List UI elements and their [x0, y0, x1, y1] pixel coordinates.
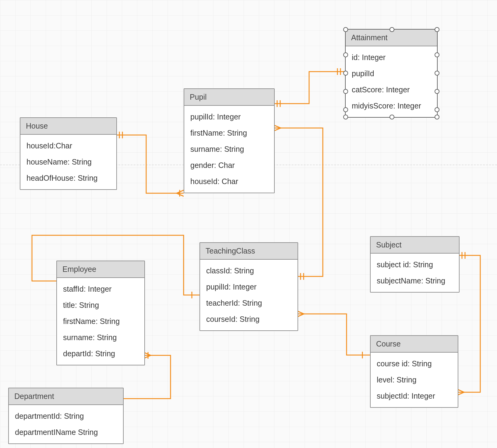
- attr: houseId:Char: [20, 138, 116, 154]
- attr: departmentIName String: [9, 424, 123, 440]
- attr: headOfHouse: String: [20, 170, 116, 186]
- resize-handle[interactable]: [389, 115, 394, 119]
- entity-title: Employee: [57, 261, 144, 278]
- attr: pupilId: Integer: [184, 109, 274, 125]
- attr: level: String: [371, 372, 458, 388]
- attr: classId: String: [200, 263, 298, 279]
- entity-title: Pupil: [184, 89, 274, 106]
- attr: pupilId: Integer: [200, 279, 298, 295]
- attr: courseId: String: [200, 311, 298, 327]
- resize-handle[interactable]: [343, 71, 348, 76]
- resize-handle[interactable]: [343, 107, 348, 112]
- resize-handle[interactable]: [435, 27, 439, 32]
- attr: staffId: Integer: [57, 281, 144, 297]
- entity-teachingclass[interactable]: TeachingClass classId: String pupilId: I…: [199, 242, 298, 331]
- resize-handle[interactable]: [435, 71, 439, 76]
- resize-handle[interactable]: [343, 52, 348, 57]
- attr: surname: String: [184, 141, 274, 157]
- attr: subjectName: String: [371, 273, 459, 289]
- attr: pupilId: [346, 66, 437, 82]
- entity-subject[interactable]: Subject subject id: String subjectName: …: [370, 236, 460, 293]
- attr: firstName: String: [184, 125, 274, 141]
- attr: departmentId: String: [9, 408, 123, 424]
- entity-title: TeachingClass: [200, 243, 298, 260]
- attr: gender: Char: [184, 157, 274, 173]
- erd-canvas[interactable]: House houseId:Char houseName: String hea…: [0, 0, 497, 448]
- entity-title: House: [20, 118, 116, 135]
- attr: subject id: String: [371, 257, 459, 273]
- entity-title: Course: [371, 336, 458, 353]
- attr: midyisScore: Integer: [346, 98, 437, 114]
- entity-attainment[interactable]: Attainment id: Integer pupilId catScore:…: [345, 29, 438, 118]
- attr: course id: String: [371, 356, 458, 372]
- attr: firstName: String: [57, 313, 144, 329]
- attr: id: Integer: [346, 49, 437, 66]
- resize-handle[interactable]: [389, 27, 394, 32]
- attr: departId: String: [57, 346, 144, 362]
- entity-department[interactable]: Department departmentId: String departme…: [8, 388, 124, 444]
- entity-course[interactable]: Course course id: String level: String s…: [370, 335, 458, 408]
- entity-employee[interactable]: Employee staffId: Integer title: String …: [56, 261, 145, 365]
- entity-house[interactable]: House houseId:Char houseName: String hea…: [20, 117, 117, 190]
- resize-handle[interactable]: [435, 89, 439, 94]
- resize-handle[interactable]: [343, 115, 348, 119]
- resize-handle[interactable]: [435, 115, 439, 119]
- resize-handle[interactable]: [343, 27, 348, 32]
- attr: houseId: Char: [184, 173, 274, 190]
- attr: title: String: [57, 297, 144, 313]
- entity-title: Attainment: [346, 30, 437, 46]
- entity-pupil[interactable]: Pupil pupilId: Integer firstName: String…: [184, 88, 275, 193]
- entity-title: Subject: [371, 237, 459, 254]
- entity-title: Department: [9, 388, 123, 405]
- resize-handle[interactable]: [343, 89, 348, 94]
- attr: houseName: String: [20, 154, 116, 170]
- resize-handle[interactable]: [435, 52, 439, 57]
- attr: subjectId: Integer: [371, 388, 458, 404]
- attr: surname: String: [57, 329, 144, 346]
- attr: catScore: Integer: [346, 82, 437, 98]
- resize-handle[interactable]: [435, 107, 439, 112]
- attr: teacherId: String: [200, 295, 298, 311]
